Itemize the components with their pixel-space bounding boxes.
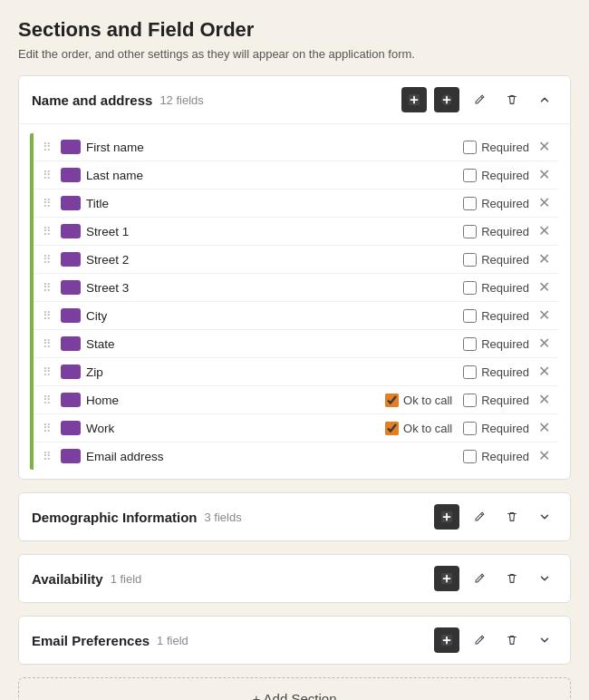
delete-section-button[interactable] xyxy=(499,627,525,653)
remove-field-button[interactable]: ✕ xyxy=(538,421,550,435)
section-header-demographic: Demographic Information 3 fields xyxy=(19,493,570,540)
field-list-name-address: ⠿ First name Required ✕ ⠿ Last name Requ… xyxy=(30,133,559,470)
edit-section-button[interactable] xyxy=(467,504,492,530)
required-checkbox[interactable] xyxy=(463,281,477,295)
edit-section-button[interactable] xyxy=(467,627,492,653)
drag-handle-icon[interactable]: ⠿ xyxy=(43,422,52,435)
section-name-address: Name and address 12 fields xyxy=(18,75,571,480)
chevron-down-icon xyxy=(538,510,551,523)
ok-to-call-text: Ok to call xyxy=(403,422,452,435)
add-circle-button[interactable] xyxy=(434,87,459,112)
required-text: Required xyxy=(481,225,529,238)
required-checkbox[interactable] xyxy=(463,309,477,323)
add-field-button[interactable] xyxy=(434,566,459,591)
expand-section-button[interactable] xyxy=(532,566,557,591)
section-actions xyxy=(434,566,557,591)
drag-handle-icon[interactable]: ⠿ xyxy=(43,365,52,379)
ok-to-call-label: Ok to call xyxy=(385,422,452,435)
section-title-area: Demographic Information 3 fields xyxy=(32,510,434,525)
collapse-section-button[interactable] xyxy=(532,87,557,112)
field-type-icon xyxy=(61,421,81,435)
remove-field-button[interactable]: ✕ xyxy=(538,449,550,463)
drag-handle-icon[interactable]: ⠿ xyxy=(43,253,52,267)
ok-to-call-label: Ok to call xyxy=(385,394,452,407)
required-checkbox[interactable] xyxy=(463,141,477,154)
delete-section-button[interactable] xyxy=(499,504,525,530)
required-checkbox[interactable] xyxy=(463,253,477,267)
add-section-button[interactable]: + Add Section xyxy=(18,677,571,700)
required-checkbox[interactable] xyxy=(463,450,477,463)
field-label: Last name xyxy=(86,169,452,182)
field-type-icon xyxy=(61,336,81,351)
table-row: ⠿ Street 2 Required ✕ xyxy=(34,246,559,274)
add-field-button[interactable] xyxy=(434,627,459,653)
drag-handle-icon[interactable]: ⠿ xyxy=(43,394,52,407)
remove-field-button[interactable]: ✕ xyxy=(538,168,550,182)
page-container: Sections and Field Order Edit the order,… xyxy=(18,18,571,700)
required-checkbox-label: Required xyxy=(463,450,529,463)
field-label: Zip xyxy=(86,365,452,379)
remove-field-button[interactable]: ✕ xyxy=(538,393,550,407)
remove-field-button[interactable]: ✕ xyxy=(538,196,550,210)
section-count: 1 field xyxy=(111,572,142,586)
required-checkbox-label: Required xyxy=(463,281,529,295)
section-title: Demographic Information xyxy=(32,510,198,525)
trash-icon xyxy=(506,634,518,647)
field-label: City xyxy=(86,309,452,323)
required-checkbox[interactable] xyxy=(463,169,477,182)
drag-handle-icon[interactable]: ⠿ xyxy=(43,309,52,323)
drag-handle-icon[interactable]: ⠿ xyxy=(43,141,52,154)
required-checkbox[interactable] xyxy=(463,197,477,210)
required-checkbox[interactable] xyxy=(463,422,477,435)
remove-field-button[interactable]: ✕ xyxy=(538,336,550,351)
edit-section-button[interactable] xyxy=(467,87,492,112)
delete-section-button[interactable] xyxy=(499,566,525,591)
drag-handle-icon[interactable]: ⠿ xyxy=(43,281,52,295)
section-header-availability: Availability 1 field xyxy=(19,555,570,602)
section-actions xyxy=(434,627,557,653)
section-actions xyxy=(434,504,557,530)
pencil-icon xyxy=(473,510,486,523)
required-checkbox[interactable] xyxy=(463,225,477,238)
delete-section-button[interactable] xyxy=(499,87,525,112)
trash-icon xyxy=(506,510,518,523)
pencil-icon xyxy=(473,572,486,585)
remove-field-button[interactable]: ✕ xyxy=(538,140,550,154)
expand-section-button[interactable] xyxy=(532,504,557,530)
remove-field-button[interactable]: ✕ xyxy=(538,224,550,238)
required-text: Required xyxy=(481,450,529,463)
field-type-icon xyxy=(61,393,81,407)
drag-handle-icon[interactable]: ⠿ xyxy=(43,337,52,351)
required-checkbox-label: Required xyxy=(463,197,529,210)
remove-field-button[interactable]: ✕ xyxy=(538,280,550,295)
remove-field-button[interactable]: ✕ xyxy=(538,365,550,379)
required-checkbox[interactable] xyxy=(463,394,477,407)
remove-field-button[interactable]: ✕ xyxy=(538,252,550,267)
edit-section-button[interactable] xyxy=(467,566,492,591)
remove-field-button[interactable]: ✕ xyxy=(538,308,550,323)
required-checkbox[interactable] xyxy=(463,365,477,379)
section-count: 12 fields xyxy=(159,93,203,107)
required-text: Required xyxy=(481,253,529,267)
field-label: Street 1 xyxy=(86,225,452,238)
section-title-area: Availability 1 field xyxy=(32,571,434,587)
chevron-down-icon xyxy=(538,634,551,647)
required-text: Required xyxy=(481,281,529,295)
section-demographic: Demographic Information 3 fields xyxy=(18,492,571,541)
required-checkbox-label: Required xyxy=(463,253,529,267)
drag-handle-icon[interactable]: ⠿ xyxy=(43,225,52,238)
drag-handle-icon[interactable]: ⠿ xyxy=(43,197,52,210)
required-checkbox-label: Required xyxy=(463,141,529,154)
field-type-icon xyxy=(61,308,81,323)
ok-to-call-checkbox[interactable] xyxy=(385,422,399,435)
section-count: 3 fields xyxy=(205,510,242,524)
drag-handle-icon[interactable]: ⠿ xyxy=(43,169,52,182)
drag-handle-icon[interactable]: ⠿ xyxy=(43,450,52,463)
expand-section-button[interactable] xyxy=(532,627,557,653)
section-header-name-address: Name and address 12 fields xyxy=(19,76,570,124)
add-field-button[interactable] xyxy=(434,504,459,530)
required-checkbox[interactable] xyxy=(463,337,477,351)
ok-to-call-checkbox[interactable] xyxy=(385,394,399,407)
add-square-button[interactable] xyxy=(401,87,427,112)
field-label: Email address xyxy=(86,450,452,463)
